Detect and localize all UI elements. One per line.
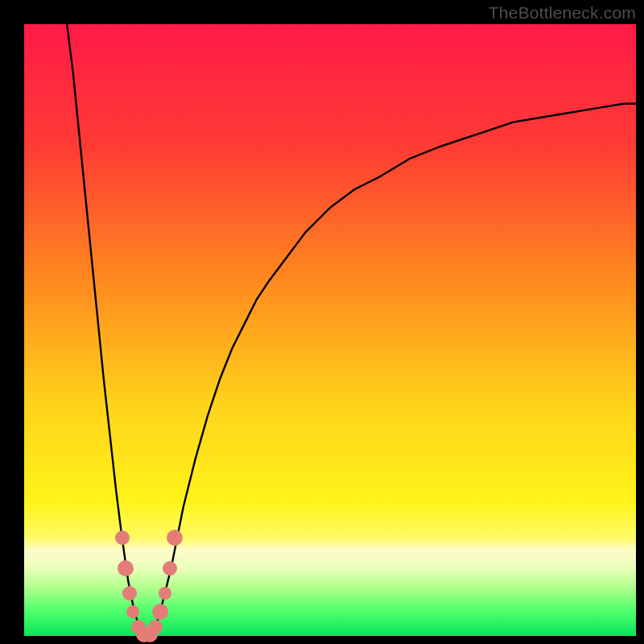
chart-frame: TheBottleneck.com	[0, 0, 644, 644]
data-dot	[122, 586, 137, 601]
data-dot	[152, 604, 168, 620]
watermark-label: TheBottleneck.com	[489, 3, 636, 23]
data-dot	[118, 560, 134, 576]
data-dot	[115, 530, 130, 545]
data-dot	[159, 587, 171, 600]
data-dot	[126, 605, 139, 618]
bottleneck-curve	[24, 24, 636, 636]
data-dot	[163, 561, 177, 576]
plot-area	[24, 24, 636, 636]
data-dot	[167, 530, 183, 546]
curve-path	[67, 24, 636, 636]
data-dot	[148, 620, 163, 634]
